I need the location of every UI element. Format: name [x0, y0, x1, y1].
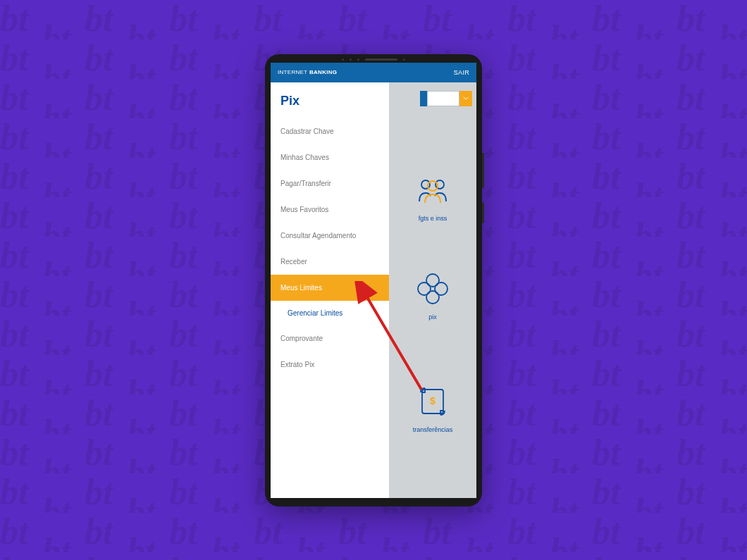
account-selector[interactable] [420, 91, 472, 106]
sidebar: Pix Cadastrar Chave Minhas Chaves Pagar/… [271, 82, 389, 498]
account-selector-field[interactable] [427, 91, 459, 106]
pix-icon [416, 273, 449, 305]
svg-rect-8 [416, 280, 433, 297]
svg-text:$: $ [430, 395, 436, 406]
right-panel: fgts e inss pix [389, 82, 476, 498]
dashboard-item-transferencias[interactable]: $ transferências [405, 385, 461, 433]
sidebar-title: Pix [271, 82, 389, 118]
sidebar-item-minhas-chaves[interactable]: Minhas Chaves [271, 144, 389, 170]
svg-rect-6 [424, 273, 441, 290]
dashboard-label: fgts e inss [419, 215, 447, 222]
dashboard-item-pix[interactable]: pix [405, 273, 461, 321]
sidebar-item-receber[interactable]: Receber [271, 249, 389, 275]
phone-screen: INTERNET BANKING SAIR Pix Cadastrar Chav… [271, 63, 476, 498]
phone-side-button [482, 202, 484, 223]
dashboard-item-fgts-inss[interactable]: fgts e inss [405, 174, 461, 222]
svg-rect-9 [432, 280, 449, 297]
account-selector-dropdown[interactable] [459, 91, 472, 106]
app-title: INTERNET BANKING [278, 69, 337, 75]
phone-frame: INTERNET BANKING SAIR Pix Cadastrar Chav… [265, 54, 482, 506]
exit-button[interactable]: SAIR [454, 69, 469, 76]
sidebar-item-cadastrar-chave[interactable]: Cadastrar Chave [271, 118, 389, 144]
sidebar-item-meus-favoritos[interactable]: Meus Favoritos [271, 197, 389, 223]
users-icon [416, 174, 449, 206]
sidebar-item-comprovante[interactable]: Comprovante [271, 325, 389, 351]
transfer-icon: $ [416, 385, 449, 418]
app-title-bold: BANKING [309, 69, 337, 75]
sidebar-item-meus-limites[interactable]: Meus Limites [271, 275, 389, 301]
app-title-thin: INTERNET [278, 69, 307, 75]
sidebar-subitem-gerenciar-limites[interactable]: Gerenciar Limites [271, 301, 389, 325]
chevron-down-icon [463, 97, 469, 100]
sidebar-item-consultar-agendamento[interactable]: Consultar Agendamento [271, 223, 389, 249]
account-selector-left [420, 91, 427, 106]
dashboard-label: pix [428, 313, 437, 321]
dashboard-label: transferências [413, 426, 453, 433]
app-header: INTERNET BANKING SAIR [271, 63, 476, 82]
phone-notch [265, 57, 482, 63]
app-body: Pix Cadastrar Chave Minhas Chaves Pagar/… [271, 82, 476, 498]
sidebar-item-pagar-transferir[interactable]: Pagar/Transferir [271, 170, 389, 197]
sidebar-item-extrato-pix[interactable]: Extrato Pix [271, 351, 389, 378]
svg-rect-7 [424, 288, 441, 305]
phone-side-button [482, 153, 484, 188]
